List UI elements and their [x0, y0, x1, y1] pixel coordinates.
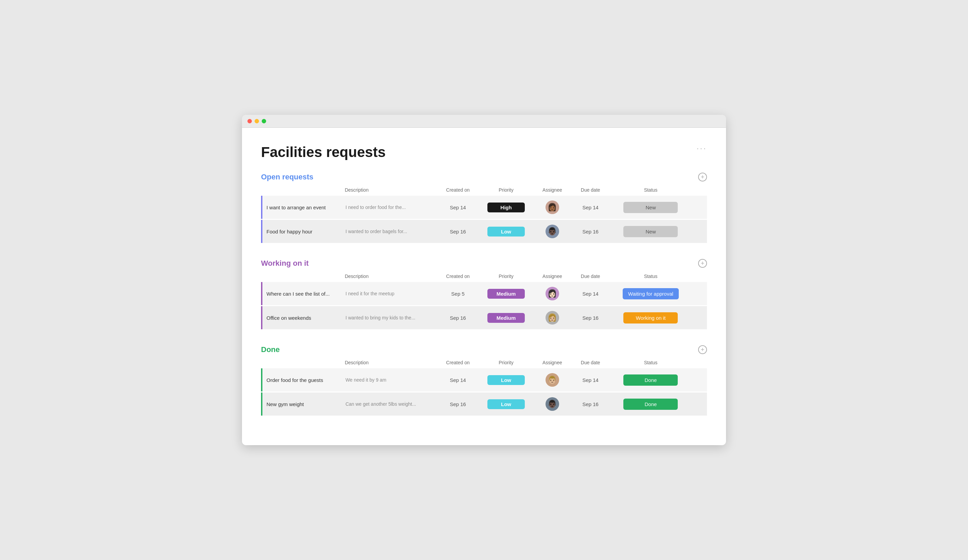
section-open: Open requests+DescriptionCreated onPrior…: [261, 172, 707, 244]
request-due-date: Sep 16: [570, 220, 610, 243]
request-description: I need it for the meetup: [341, 282, 438, 305]
status-badge: Waiting for approval: [623, 288, 679, 299]
table-row[interactable]: Where can I see the list of...I need it …: [261, 282, 707, 305]
request-due-date: Sep 14: [570, 196, 610, 219]
request-description: We need it by 9 am: [341, 368, 438, 391]
section-working: Working on it+DescriptionCreated onPrior…: [261, 259, 707, 330]
request-description: I need to order food for the...: [341, 196, 438, 219]
priority-badge: Low: [487, 399, 525, 409]
priority-badge: Low: [487, 375, 525, 385]
status-badge: Working on it: [623, 312, 678, 323]
close-button[interactable]: [247, 119, 252, 123]
col-header-created-on-1: Created on: [438, 272, 478, 281]
avatar: 👩🏻: [545, 287, 559, 300]
sections-container: Open requests+DescriptionCreated onPrior…: [261, 172, 707, 417]
add-row-icon[interactable]: +: [698, 259, 707, 268]
request-due-date: Sep 16: [570, 306, 610, 329]
priority-badge: Low: [487, 227, 525, 237]
col-header-priority-0: Priority: [478, 185, 534, 195]
request-due-date: Sep 14: [570, 368, 610, 391]
table-open: DescriptionCreated onPriorityAssigneeDue…: [261, 184, 707, 244]
request-due-date: Sep 16: [570, 393, 610, 416]
maximize-button[interactable]: [262, 119, 266, 123]
avatar: 👨🏼: [545, 373, 559, 387]
add-row-icon[interactable]: +: [698, 172, 707, 181]
priority-badge: Medium: [487, 289, 525, 299]
col-header-assignee-0: Assignee: [534, 185, 570, 195]
col-header-empty-1: [691, 272, 707, 281]
table-row[interactable]: Food for happy hourI wanted to order bag…: [261, 220, 707, 243]
avatar: 👨🏿: [545, 397, 559, 411]
avatar: 👨🏿: [545, 225, 559, 238]
col-header-created-on-2: Created on: [438, 358, 478, 367]
more-options-icon[interactable]: ···: [697, 144, 707, 153]
request-created-date: Sep 16: [438, 306, 478, 329]
request-created-date: Sep 16: [438, 220, 478, 243]
table-working: DescriptionCreated onPriorityAssigneeDue…: [261, 270, 707, 330]
status-badge: New: [623, 226, 678, 237]
col-header-due-date-2: Due date: [570, 358, 610, 367]
section-title-working: Working on it: [261, 259, 308, 268]
col-header-empty-0: [261, 185, 341, 195]
request-name: Office on weekends: [261, 306, 341, 329]
request-due-date: Sep 14: [570, 282, 610, 305]
col-header-description-2: Description: [341, 358, 438, 367]
section-title-open: Open requests: [261, 172, 313, 181]
col-header-priority-1: Priority: [478, 272, 534, 281]
minimize-button[interactable]: [255, 119, 259, 123]
table-row[interactable]: Order food for the guestsWe need it by 9…: [261, 368, 707, 391]
col-header-priority-2: Priority: [478, 358, 534, 367]
priority-badge: High: [487, 202, 525, 212]
request-name: I want to arrange an event: [261, 196, 341, 219]
col-header-assignee-2: Assignee: [534, 358, 570, 367]
request-created-date: Sep 16: [438, 393, 478, 416]
request-description: I wanted to bring my kids to the...: [341, 306, 438, 329]
status-badge: Done: [623, 399, 678, 410]
request-name: Food for happy hour: [261, 220, 341, 243]
priority-badge: Medium: [487, 313, 525, 323]
request-created-date: Sep 14: [438, 368, 478, 391]
col-header-empty-2: [261, 358, 341, 367]
section-done: Done+DescriptionCreated onPriorityAssign…: [261, 345, 707, 417]
table-row[interactable]: New gym weightCan we get another 5lbs we…: [261, 393, 707, 416]
table-row[interactable]: Office on weekendsI wanted to bring my k…: [261, 306, 707, 329]
section-header-open: Open requests+: [261, 172, 707, 181]
request-name: Where can I see the list of...: [261, 282, 341, 305]
avatar: 👩🏾: [545, 200, 559, 214]
col-header-created-on-0: Created on: [438, 185, 478, 195]
app-window: ··· Facilities requests Open requests+De…: [242, 115, 726, 445]
col-header-status-2: Status: [610, 358, 691, 367]
main-content: ··· Facilities requests Open requests+De…: [242, 128, 726, 445]
col-header-description-1: Description: [341, 272, 438, 281]
request-name: New gym weight: [261, 393, 341, 416]
section-header-working: Working on it+: [261, 259, 707, 268]
col-header-empty-1: [261, 272, 341, 281]
add-row-icon[interactable]: +: [698, 345, 707, 354]
request-created-date: Sep 5: [438, 282, 478, 305]
request-name: Order food for the guests: [261, 368, 341, 391]
col-header-empty-0: [691, 185, 707, 195]
request-description: I wanted to order bagels for...: [341, 220, 438, 243]
col-header-assignee-1: Assignee: [534, 272, 570, 281]
section-header-done: Done+: [261, 345, 707, 354]
request-description: Can we get another 5lbs weight...: [341, 393, 438, 416]
section-title-done: Done: [261, 345, 280, 354]
col-header-status-0: Status: [610, 185, 691, 195]
request-created-date: Sep 14: [438, 196, 478, 219]
status-badge: Done: [623, 374, 678, 386]
titlebar: [242, 115, 726, 128]
status-badge: New: [623, 202, 678, 213]
col-header-due-date-1: Due date: [570, 272, 610, 281]
col-header-description-0: Description: [341, 185, 438, 195]
col-header-empty-2: [691, 358, 707, 367]
table-row[interactable]: I want to arrange an eventI need to orde…: [261, 196, 707, 219]
col-header-status-1: Status: [610, 272, 691, 281]
avatar: 👩🏼: [545, 311, 559, 325]
col-header-due-date-0: Due date: [570, 185, 610, 195]
window-controls: [247, 119, 266, 123]
table-done: DescriptionCreated onPriorityAssigneeDue…: [261, 357, 707, 417]
page-title: Facilities requests: [261, 144, 707, 161]
